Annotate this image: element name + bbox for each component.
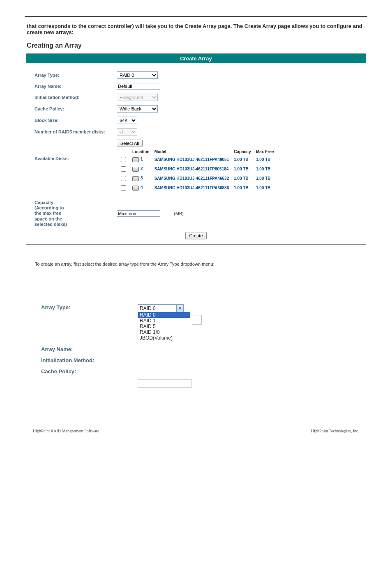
label-cache-policy: Cache Policy: (35, 106, 117, 111)
disk-checkbox[interactable] (121, 166, 126, 172)
disk-capacity: 1.00 TB (231, 155, 254, 164)
label-mb: (MB) (174, 211, 184, 216)
block-size-select[interactable]: 64K (117, 117, 137, 124)
disk-capacity: 1.00 TB (231, 174, 254, 183)
array-type-option[interactable]: RAID 1/0 (138, 329, 190, 335)
section2-intro: To create an array, first select the des… (35, 261, 357, 267)
disk-max-free: 1.00 TB (254, 183, 276, 193)
disk-model: SAMSUNG HD103UJ-462111FPA48051 (152, 155, 232, 164)
table-row: 4SAMSUNG HD103UJ-462111FPA508861.00 TB1.… (117, 183, 276, 193)
disk-checkbox[interactable] (121, 185, 126, 191)
array-type-options[interactable]: RAID 0RAID 1RAID 5RAID 1/0JBOD(Volume) (138, 312, 190, 341)
disk-checkbox[interactable] (121, 176, 126, 181)
exp-label-array-name: Array Name: (41, 346, 138, 352)
page-top-rule (25, 16, 367, 17)
capacity-input[interactable] (117, 210, 160, 217)
disk-icon (132, 167, 139, 172)
page-footer: HighPoint RAID Management Software HighP… (33, 429, 359, 433)
array-type-combo[interactable]: RAID 0 ▼ RAID 0RAID 1RAID 5RAID 1/0JBOD(… (138, 304, 190, 341)
disk-max-free: 1.00 TB (254, 155, 276, 164)
array-type-option[interactable]: JBOD(Volume) (138, 335, 190, 341)
disk-location: 1 (141, 157, 143, 161)
disk-icon (132, 186, 139, 191)
table-row: 1SAMSUNG HD103UJ-462111FPA480511.00 TB1.… (117, 155, 276, 164)
disk-location: 2 (141, 166, 143, 171)
init-method-select: Foreground (117, 94, 158, 101)
array-name-input[interactable] (117, 83, 160, 90)
label-block-size: Block Size: (35, 118, 117, 123)
disk-max-free: 1.00 TB (254, 164, 276, 174)
page-intro: that corresponds to the correct controll… (27, 23, 365, 35)
ghost-select (138, 379, 192, 388)
combo-side-rect (192, 315, 202, 325)
disk-icon (132, 157, 139, 162)
disk-location: 3 (141, 176, 143, 180)
panel-title: Create Array (26, 54, 366, 63)
disk-location: 4 (141, 185, 143, 190)
array-type-select[interactable]: RAID 0 (117, 71, 158, 79)
select-all-button[interactable]: Select All (117, 140, 143, 147)
disk-max-free: 1.00 TB (254, 174, 276, 183)
disk-icon (132, 176, 139, 181)
array-type-option[interactable]: RAID 1 (138, 318, 190, 324)
disk-capacity: 1.00 TB (231, 183, 254, 193)
disk-model: SAMSUNG HD103UJ-462111FPA46632 (152, 174, 232, 183)
th-location: Location (130, 149, 152, 155)
label-array-name: Array Name: (35, 84, 117, 89)
table-row: 2SAMSUNG HD103UJ-462111FP8051841.00 TB1.… (117, 164, 276, 174)
array-type-option[interactable]: RAID 0 (138, 312, 190, 318)
label-available-disks: Available Disks: (35, 156, 117, 161)
label-capacity: Capacity:(According tothe max freespace … (35, 200, 117, 227)
disk-capacity: 1.00 TB (231, 164, 254, 174)
label-array-type: Array Type: (35, 73, 117, 78)
disk-table: Location Model Capacity Max Free 1SAMSUN… (117, 149, 276, 193)
disk-model: SAMSUNG HD103UJ-462111FPA50886 (152, 183, 232, 193)
combo-selected-text: RAID 0 (138, 305, 176, 312)
th-capacity: Capacity (231, 149, 254, 155)
chevron-down-icon[interactable]: ▼ (176, 305, 183, 312)
footer-right: HighPoint Technologies, Inc. (311, 429, 359, 433)
cache-policy-select[interactable]: Write Back (117, 105, 158, 113)
exp-label-init-method: Initialization Method: (41, 357, 138, 363)
th-max-free: Max Free (254, 149, 276, 155)
exp-label-array-type: Array Type: (41, 304, 138, 310)
th-model: Model (152, 149, 232, 155)
array-type-dropdown-expanded: Array Type: RAID 0 ▼ RAID 0RAID 1RAID 5R… (41, 304, 351, 388)
table-row: 3SAMSUNG HD103UJ-462111FPA466321.00 TB1.… (117, 174, 276, 183)
raid5-members-select: -1 (117, 128, 137, 136)
disk-model: SAMSUNG HD103UJ-462111FP805184 (152, 164, 232, 174)
label-init-method: Initialization Method: (35, 95, 117, 100)
label-raid5-members: Number of RAID5 member disks: (35, 129, 117, 134)
disk-checkbox[interactable] (121, 157, 126, 162)
heading-create-array: Creating an Array (27, 42, 365, 49)
create-button[interactable]: Create (185, 232, 206, 239)
footer-left: HighPoint RAID Management Software (33, 429, 99, 433)
exp-label-cache-policy: Cache Policy: (41, 368, 138, 374)
array-type-option[interactable]: RAID 5 (138, 324, 190, 329)
create-array-panel: Create Array Array Type: RAID 0 Array Na… (26, 53, 366, 245)
